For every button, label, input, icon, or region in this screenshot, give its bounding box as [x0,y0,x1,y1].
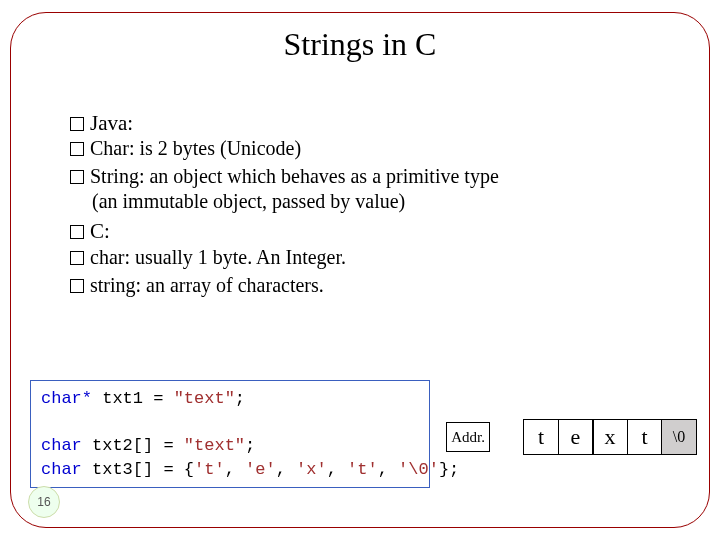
memory-cell: x [592,419,628,455]
code-char: 't' [194,460,225,479]
bullet-java-string: String: an object which behaves as a pri… [70,164,660,214]
bullet-c-char-text: char: usually 1 byte. An Integer. [90,246,346,268]
code-char: 't' [347,460,378,479]
code-char: 'e' [245,460,276,479]
memory-cell: e [558,419,594,455]
bullet-content: Java: Char: is 2 bytes (Unicode) String:… [70,110,660,302]
bullet-java-string-text: String: an object which behaves as a pri… [90,165,499,187]
code-close: }; [439,460,459,479]
code-kw: char [41,436,82,455]
page-number: 16 [28,486,60,518]
code-ident: txt3[] = { [82,460,194,479]
code-line-1: char* txt1 = "text"; [41,387,419,411]
bullet-java-char: Char: is 2 bytes (Unicode) [70,136,660,161]
code-line-blank [41,411,419,434]
slide: Strings in C Java: Char: is 2 bytes (Uni… [0,0,720,540]
bullet-java: Java: Char: is 2 bytes (Unicode) String:… [70,110,660,214]
code-str: "text" [174,389,235,408]
memory-cells: t e x t \0 [523,419,696,455]
code-semi: ; [235,389,245,408]
bullet-java-char-text: Char: is 2 bytes (Unicode) [90,137,301,159]
bullet-java-string-cont: (an immutable object, passed by value) [92,189,660,214]
slide-title: Strings in C [0,26,720,63]
code-comma: , [225,460,245,479]
bullet-c: C: char: usually 1 byte. An Integer. str… [70,218,660,297]
code-str: "text" [184,436,245,455]
square-bullet-icon [70,279,84,293]
bullet-java-label: Java: [90,111,133,135]
code-ident: txt2[] = [82,436,184,455]
code-ident: txt1 = [92,389,174,408]
code-line-3: char txt2[] = "text"; [41,434,419,458]
memory-cell-nul: \0 [661,419,697,455]
square-bullet-icon [70,117,84,131]
square-bullet-icon [70,142,84,156]
bullet-c-char: char: usually 1 byte. An Integer. [70,245,660,270]
memory-cell: t [627,419,663,455]
memory-cell: t [523,419,559,455]
square-bullet-icon [70,251,84,265]
bullet-c-string: string: an array of characters. [70,273,660,298]
code-box: char* txt1 = "text"; char txt2[] = "text… [30,380,430,488]
code-line-4: char txt3[] = {'t', 'e', 'x', 't', '\0'}… [41,458,419,482]
square-bullet-icon [70,170,84,184]
code-kw: char* [41,389,92,408]
square-bullet-icon [70,225,84,239]
bullet-c-string-text: string: an array of characters. [90,274,324,296]
code-comma: , [276,460,296,479]
code-semi: ; [245,436,255,455]
code-kw: char [41,460,82,479]
code-comma: , [378,460,398,479]
addr-box: Addr. [446,422,490,452]
code-char: '\0' [398,460,439,479]
code-comma: , [327,460,347,479]
code-char: 'x' [296,460,327,479]
bullet-c-label: C: [90,219,110,243]
